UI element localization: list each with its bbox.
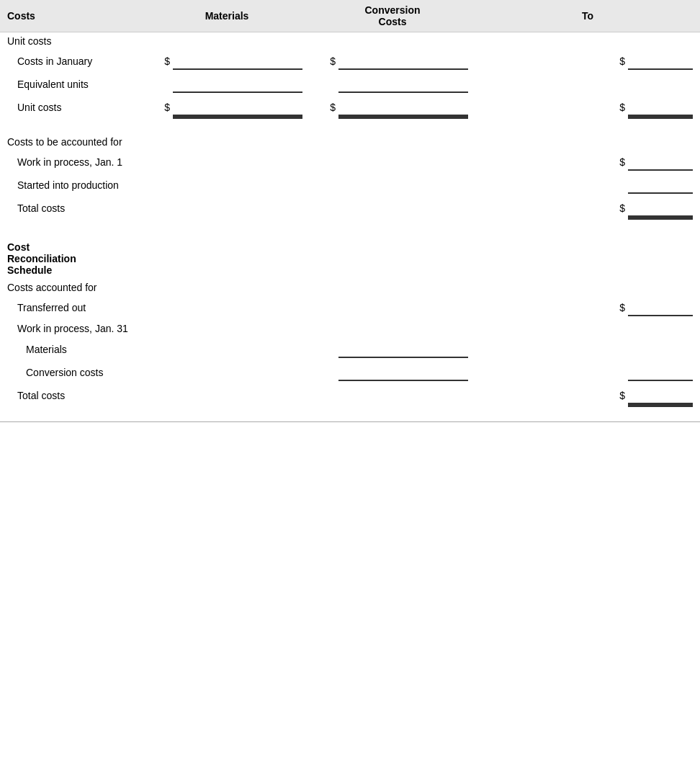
unit-costs-total-input[interactable] [628, 99, 693, 116]
header-total: To [475, 10, 700, 22]
unit-costs-conversion-input[interactable] [338, 99, 468, 116]
unit-costs-title: Unit costs [0, 32, 700, 50]
conversion-costs-sub-label: Conversion costs [0, 366, 144, 379]
started-total-cell [475, 177, 700, 194]
table-header: Costs Materials Conversion Costs To [0, 0, 700, 32]
dollar-sign: $ [164, 102, 170, 113]
dollar-sign: $ [619, 390, 625, 401]
reconciliation-total-input[interactable] [628, 387, 693, 404]
conversion-costs-total-input[interactable] [628, 364, 693, 381]
wip-jan1-total-cell: $ [475, 153, 700, 171]
costs-january-conversion-input[interactable] [338, 53, 468, 70]
wip-jan1-total-input[interactable] [628, 153, 693, 171]
conversion-costs-sub-row: Conversion costs [0, 361, 700, 384]
unit-costs-materials-cell: $ [144, 99, 310, 116]
total-costs-total-cell: $ [475, 200, 700, 217]
costs-january-materials-input[interactable] [173, 53, 302, 70]
costs-accounted-title: Costs to be accounted for [0, 133, 700, 151]
total-costs-label: Total costs [0, 202, 144, 215]
total-costs-total-input[interactable] [628, 200, 693, 217]
transferred-out-label: Transferred out [0, 301, 144, 314]
unit-costs-materials-input[interactable] [173, 99, 302, 116]
materials-sub-row: Materials [0, 338, 700, 361]
header-costs: Costs [0, 10, 144, 22]
reconciliation-total-row: Total costs $ [0, 384, 700, 407]
total-costs-row: Total costs $ [0, 197, 700, 220]
conversion-costs-total-cell [475, 364, 700, 381]
costs-january-conversion-cell: $ [310, 53, 475, 70]
started-production-label: Started into production [0, 179, 144, 192]
wip-jan31-label: Work in process, Jan. 31 [0, 322, 144, 335]
wip-jan31-row: Work in process, Jan. 31 [0, 319, 700, 338]
dollar-sign: $ [619, 102, 625, 113]
reconciliation-total-label: Total costs [0, 389, 144, 402]
dollar-sign: $ [619, 156, 625, 168]
unit-costs-label: Unit costs [0, 101, 144, 114]
costs-january-materials-cell: $ [144, 53, 310, 70]
transferred-total-input[interactable] [628, 299, 693, 316]
materials-sub-conversion-cell [310, 341, 475, 358]
equivalent-units-conversion-cell [310, 76, 475, 93]
reconciliation-title: CostReconciliationSchedule [0, 234, 700, 279]
costs-in-january-row: Costs in January $ $ $ [0, 50, 700, 73]
conversion-costs-conversion-cell [310, 364, 475, 381]
wip-jan1-label: Work in process, Jan. 1 [0, 156, 144, 169]
equivalent-units-materials-cell [144, 76, 310, 93]
dollar-sign: $ [330, 102, 336, 113]
unit-costs-conversion-cell: $ [310, 99, 475, 116]
materials-sub-label: Materials [0, 343, 144, 356]
costs-january-total-cell: $ [475, 53, 700, 70]
equivalent-units-label: Equivalent units [0, 78, 144, 91]
dollar-sign: $ [619, 302, 625, 313]
dollar-sign: $ [330, 55, 336, 67]
costs-accounted-for-label: Costs accounted for [0, 279, 700, 296]
transferred-out-row: Transferred out $ [0, 296, 700, 319]
header-conversion: Conversion Costs [310, 4, 475, 27]
unit-costs-row: Unit costs $ $ $ [0, 96, 700, 119]
conversion-costs-conversion-input[interactable] [338, 364, 468, 381]
started-total-input[interactable] [628, 177, 693, 194]
reconciliation-total-total-cell: $ [475, 387, 700, 404]
costs-in-january-label: Costs in January [0, 55, 144, 68]
transferred-total-cell: $ [475, 299, 700, 316]
materials-sub-conversion-input[interactable] [338, 341, 468, 358]
footer-divider [0, 421, 700, 422]
unit-costs-section: Unit costs Costs in January $ $ $ Equiva… [0, 32, 700, 119]
reconciliation-section: CostReconciliationSchedule Costs account… [0, 234, 700, 407]
equivalent-units-row: Equivalent units [0, 73, 700, 96]
unit-costs-total-cell: $ [475, 99, 700, 116]
dollar-sign: $ [164, 55, 170, 67]
equivalent-units-conversion-input[interactable] [338, 76, 468, 93]
wip-jan1-row: Work in process, Jan. 1 $ [0, 151, 700, 174]
equivalent-units-materials-input[interactable] [173, 76, 302, 93]
costs-january-total-input[interactable] [628, 53, 693, 70]
started-production-row: Started into production [0, 174, 700, 197]
costs-accounted-section: Costs to be accounted for Work in proces… [0, 133, 700, 220]
header-materials: Materials [144, 10, 310, 22]
dollar-sign: $ [619, 55, 625, 67]
dollar-sign: $ [619, 202, 625, 214]
